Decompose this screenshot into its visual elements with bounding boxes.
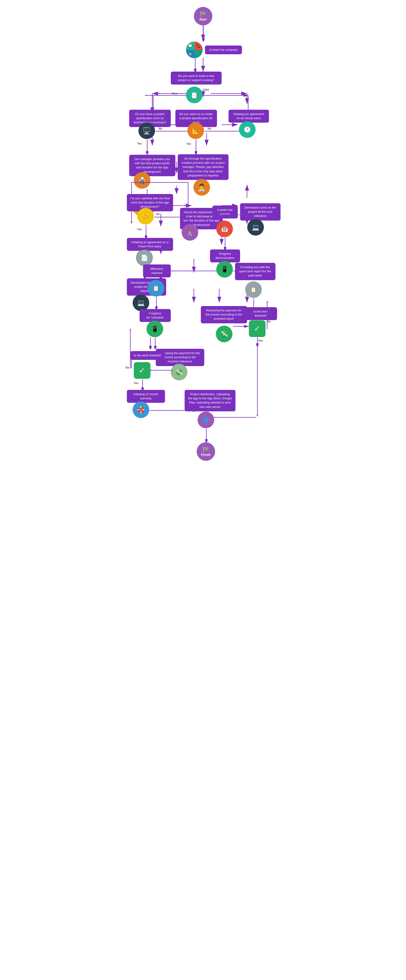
svg-marker-54 <box>131 222 132 224</box>
yes-create-spec: Yes <box>186 142 191 145</box>
week-passed-box: A week has passed <box>212 205 238 218</box>
manager-provides-box: Our manager provides you with the final … <box>129 155 175 176</box>
milestone-icon: 📋 <box>148 280 164 297</box>
progress-demo2-icon: 📱 <box>146 321 163 337</box>
developers-work-right-box: Developers work on the project till the … <box>240 203 280 221</box>
spec-person-icon: 👨‍💼 <box>193 179 210 196</box>
spec-creation-box: Go through the specification creation pr… <box>178 154 229 180</box>
distribution-icon: 🌐 <box>197 412 214 428</box>
scissors-icon: ✂️ <box>182 224 198 241</box>
warranty-box: Initiating 12 month warranty <box>127 390 165 403</box>
start-node: 🏁 Start <box>194 7 212 25</box>
svg-marker-34 <box>145 95 147 96</box>
start-label: Start <box>199 18 207 21</box>
spent-time-box: Providing you with the spent time report… <box>235 263 275 280</box>
developers-icon-right: 💻 <box>247 219 264 235</box>
yes-work-finished1: Yes <box>258 339 263 342</box>
svg-marker-99 <box>214 417 216 418</box>
work-finished2-box: Is the work finished? <box>131 351 165 360</box>
no-label-have-spec: No <box>159 127 162 130</box>
question-new-support: Do you want to build a new project or su… <box>171 72 221 84</box>
progress-demo1-icon: 📱 <box>216 261 233 278</box>
old-label: Old <box>204 88 209 91</box>
spent-time-icon: 📋 <box>245 281 262 298</box>
svg-marker-91 <box>150 369 152 371</box>
payment-milestone-icon: 💸 <box>171 364 188 380</box>
fixed-price-icon: 📄 <box>136 250 153 266</box>
contact-node: 💬 📞 ✉ Contact the company <box>186 41 242 58</box>
finish-node: 🏁 Finish <box>197 442 215 461</box>
svg-marker-80 <box>130 328 131 330</box>
calendar-icon: 📅 <box>216 221 233 237</box>
yes-label-have-spec: Yes <box>137 142 142 145</box>
hourly-icon: 🕐 <box>239 121 256 138</box>
project-distribution-box: Project distribution. Uploading the app … <box>185 390 236 411</box>
yes-work-finished2: Yes <box>134 382 139 385</box>
svg-marker-62 <box>210 214 212 215</box>
contact-label: Contact the company <box>205 46 242 54</box>
progress-demo1-box: Progress demonstration <box>210 250 240 262</box>
flowchart-diagram: 🏁 Start 💬 📞 ✉ Contact the company Do you… <box>124 5 282 951</box>
progress-demo2-box: Progress demostration <box>140 309 171 322</box>
hourly-basis-box: Initiating an agreement on an hourly bas… <box>229 110 269 123</box>
create-spec-icon: 📐 <box>188 123 204 139</box>
finish-label: Finish <box>201 453 210 457</box>
milestone-reached-box: Milestone reached <box>143 264 171 277</box>
no-create-spec: No <box>208 127 212 130</box>
check-icon1: ✓ <box>249 320 266 337</box>
releasing-payment-icon: 💸 <box>216 326 232 342</box>
check-icon2: ✓ <box>134 362 150 379</box>
developers-icon-left: 💻 <box>133 294 149 311</box>
warranty-icon: 🛟 <box>133 401 149 418</box>
fixed-price-box: Initiating an agreement on a Fixed Price… <box>127 238 173 251</box>
no-work-finished1: No <box>267 320 271 323</box>
svg-marker-73 <box>266 301 268 302</box>
decision-circle: 📋 <box>186 87 203 103</box>
releasing-payment-invoice-box: Releasing the payment for the invoice ac… <box>201 306 247 323</box>
yes-satisfied: Yes <box>137 228 142 231</box>
spec-icon-circle: 🖥️ <box>139 123 155 139</box>
